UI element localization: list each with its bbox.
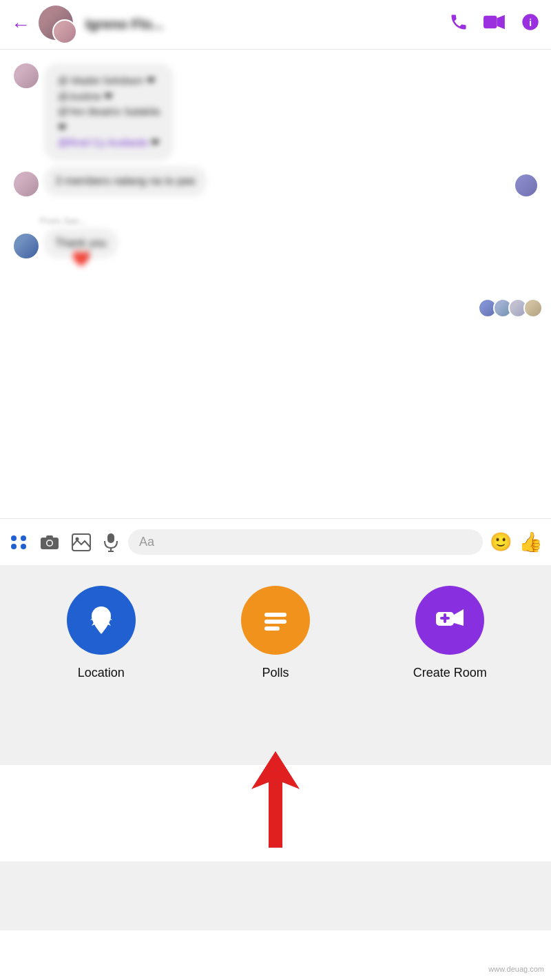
red-arrow-icon [245, 751, 306, 848]
seen-avatars [0, 298, 551, 318]
create-room-label: Create Room [413, 666, 487, 680]
message-bubble: 3 members nalang na to pee [44, 166, 207, 196]
contact-name[interactable]: Igreno Flo... [85, 17, 449, 32]
seen-avatar [523, 298, 543, 318]
from-label: From San... [0, 216, 551, 226]
input-bar: Aa 🙂 👍 [0, 518, 551, 565]
input-placeholder: Aa [139, 535, 154, 549]
bubble-text: @ Madet Selobam ❤ @Justine ❤ @Yen Beatri… [58, 73, 160, 151]
polls-action[interactable]: Polls [188, 586, 362, 737]
svg-marker-20 [454, 609, 464, 626]
header: ← Igreno Flo... i [0, 0, 551, 50]
svg-marker-1 [497, 15, 504, 30]
video-call-button[interactable] [484, 12, 506, 37]
more-options-button[interactable] [8, 533, 30, 552]
svg-rect-16 [264, 613, 287, 617]
create-room-action[interactable]: Create Room [363, 586, 537, 737]
camera-button[interactable] [37, 531, 62, 553]
svg-point-6 [48, 540, 52, 545]
svg-rect-18 [264, 626, 280, 631]
svg-rect-17 [264, 620, 287, 624]
svg-rect-10 [107, 533, 114, 543]
svg-rect-7 [46, 535, 53, 538]
avatar [515, 174, 537, 196]
message-bubble: Thank you ❤️ [44, 228, 118, 258]
info-button[interactable]: i [521, 12, 540, 37]
chat-area: @ Madet Selobam ❤ @Justine ❤ @Yen Beatri… [0, 50, 551, 518]
message-row: 3 members nalang na to pee [0, 166, 551, 196]
avatar [14, 172, 39, 196]
bubble-text: 3 members nalang na to pee [55, 175, 196, 187]
dots-icon [11, 535, 28, 549]
heart-reaction: ❤️ [72, 250, 90, 268]
avatar [14, 63, 39, 88]
image-button[interactable] [69, 531, 94, 554]
location-icon-circle [67, 586, 136, 655]
call-button[interactable] [449, 12, 468, 37]
watermark: www.deuag.com [488, 965, 544, 973]
header-action-icons: i [449, 12, 540, 37]
contact-avatar-group [39, 6, 77, 44]
svg-marker-23 [251, 751, 300, 848]
message-row: Thank you ❤️ [0, 228, 551, 258]
svg-marker-15 [92, 611, 111, 626]
like-button[interactable]: 👍 [519, 531, 543, 553]
svg-rect-22 [444, 613, 446, 623]
microphone-button[interactable] [101, 530, 121, 555]
location-label: Location [78, 666, 125, 680]
avatar [14, 234, 39, 258]
bubble-text: Thank you [55, 237, 107, 249]
message-row: @ Madet Selobam ❤ @Justine ❤ @Yen Beatri… [0, 63, 551, 161]
arrow-annotation [0, 751, 551, 861]
location-action[interactable]: Location [14, 586, 188, 737]
avatar-secondary [52, 19, 77, 44]
polls-icon-circle [241, 586, 310, 655]
message-bubble: @ Madet Selobam ❤ @Justine ❤ @Yen Beatri… [44, 63, 174, 161]
actions-panel: Location Polls Create Room [0, 565, 551, 765]
message-input[interactable]: Aa [128, 529, 483, 555]
emoji-button[interactable]: 🙂 [490, 531, 512, 553]
svg-rect-0 [484, 16, 497, 28]
svg-text:i: i [529, 17, 532, 28]
polls-label: Polls [262, 666, 289, 680]
back-button[interactable]: ← [11, 14, 30, 36]
create-room-icon-circle [415, 586, 484, 655]
